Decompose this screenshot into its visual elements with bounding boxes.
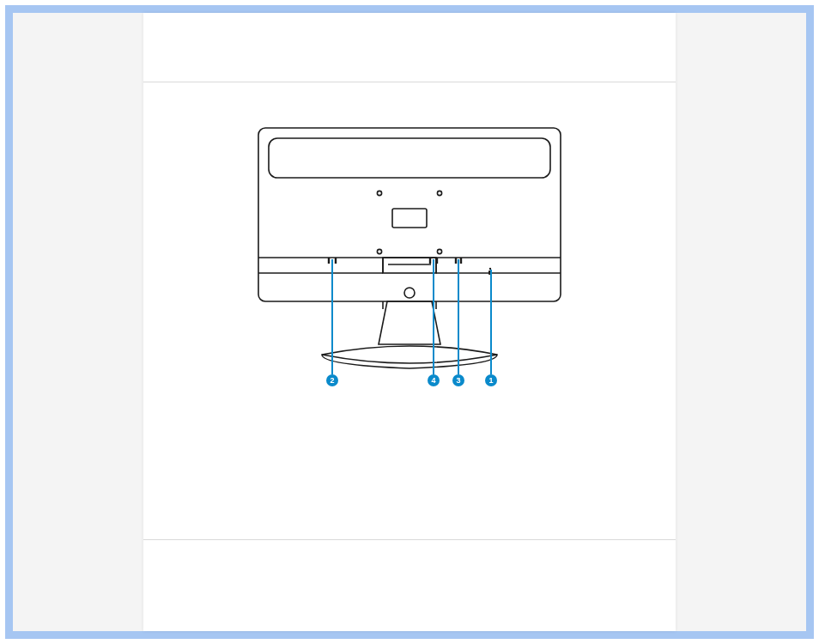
callout-label-3: 3 xyxy=(452,374,464,386)
section-divider-top xyxy=(143,82,676,82)
callout-label-1: 1 xyxy=(485,374,497,386)
app-frame: 1234 xyxy=(5,5,814,639)
callout-label-4: 4 xyxy=(428,374,440,386)
callout-label-2: 2 xyxy=(326,374,338,386)
callout-layer: 1234 xyxy=(255,125,564,399)
monitor-back-diagram: 1234 xyxy=(255,125,564,399)
canvas-area: 1234 xyxy=(13,13,806,631)
viewport: 1234 xyxy=(0,0,819,644)
document-page: 1234 xyxy=(143,13,676,631)
callout-line-2 xyxy=(331,259,333,374)
callout-line-1 xyxy=(490,270,492,374)
callout-line-3 xyxy=(458,259,459,374)
section-divider-bottom xyxy=(143,539,676,540)
callout-line-4 xyxy=(433,259,434,374)
